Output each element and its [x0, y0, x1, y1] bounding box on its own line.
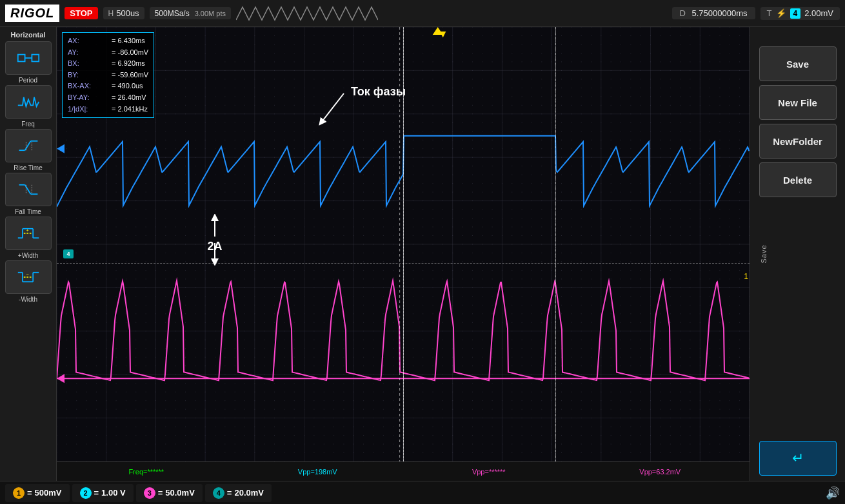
horizontal-time-section: H 500us — [103, 7, 144, 19]
svg-line-9 — [25, 185, 30, 194]
ch1-eq: = — [27, 488, 32, 498]
freq-val: = 2.041kHz — [112, 104, 148, 115]
d-label: D — [680, 8, 686, 18]
stop-badge: STOP — [65, 7, 97, 19]
bottom-bar: 1 = 500mV 2 = 1.00 V 3 = 50.0mV 4 = 20.0… — [0, 481, 845, 504]
t-label: T — [767, 8, 772, 18]
bxax-key: BX-AX: — [68, 81, 106, 92]
freq-key: 1/|dX|: — [68, 104, 106, 115]
rise-time-label: Rise Time — [14, 164, 42, 171]
stat-vpp-2: Vpp=198mV — [234, 468, 403, 476]
ax-val: = 6.430ms — [112, 35, 145, 47]
ch2-tab[interactable]: 2 = 1.00 V — [72, 484, 134, 502]
sidebar-item-period[interactable] — [5, 41, 52, 75]
svg-line-4 — [25, 141, 30, 150]
main-area: Horizontal Period Freq — [0, 27, 845, 481]
svg-rect-1 — [32, 55, 39, 62]
wave-shape-indicator — [236, 6, 378, 21]
annotation-text: Ток фазы — [351, 85, 406, 99]
ch4-trigger-marker: ▼ — [438, 28, 448, 40]
ch4-ground-indicator: 4 — [63, 249, 74, 258]
ch3-num: 3 — [144, 487, 155, 499]
measurement-box: AX: = 6.430ms AY: = -86.00mV BX: = 6.920… — [62, 32, 154, 118]
period-icon — [17, 49, 40, 67]
ay-key: AY: — [68, 47, 106, 59]
period-label: Period — [19, 77, 37, 84]
minus-width-icon: − — [17, 268, 40, 286]
scope-screen: AX: = 6.430ms AY: = -86.00mV BX: = 6.920… — [57, 27, 750, 481]
by-key: BY: — [68, 70, 106, 81]
left-sidebar: Horizontal Period Freq — [0, 27, 57, 481]
svg-line-27 — [321, 93, 344, 122]
byay-val: = 26.40mV — [112, 92, 146, 104]
t-section: T ⚡ 4 2.00mV — [760, 7, 840, 20]
stat-vpp-4: Vpp=63.2mV — [576, 468, 745, 476]
sample-rate: 500MSa/s — [155, 9, 190, 18]
new-folder-button[interactable]: NewFolder — [759, 124, 837, 159]
sidebar-item-minus-width[interactable]: − — [5, 260, 52, 294]
d-value: 5.75000000ms — [692, 8, 748, 18]
ax-key: AX: — [68, 35, 106, 47]
stat-vpp-3: Vpp=****** — [404, 468, 573, 476]
speaker-icon[interactable]: 🔊 — [826, 486, 840, 500]
ch2-num: 2 — [80, 487, 92, 499]
d-section: D 5.75000000ms — [672, 7, 755, 19]
new-file-button[interactable]: New File — [759, 85, 837, 120]
svg-text:+: + — [26, 228, 28, 233]
bxax-val: = 490.0us — [112, 81, 143, 92]
delete-button[interactable]: Delete — [759, 162, 837, 197]
save-button[interactable]: Save — [759, 46, 837, 81]
save-vert-label: Save — [760, 244, 768, 263]
sidebar-item-plus-width[interactable]: + — [5, 217, 52, 250]
annotation-arrow-svg — [308, 90, 347, 129]
ch2-value: 1.00 V — [101, 488, 126, 498]
trigger-wave-svg — [236, 6, 378, 21]
ch4-value: 20.0mV — [234, 488, 264, 498]
scope-bottom-stats: Freq=****** Vpp=198mV Vpp=****** Vpp=63.… — [57, 461, 750, 481]
2a-label-text: 2A — [207, 240, 222, 253]
ch4-eq: = — [227, 488, 232, 498]
ch3-tab[interactable]: 3 = 50.0mV — [136, 484, 203, 502]
sidebar-item-fall-time[interactable] — [5, 173, 52, 206]
ch1-value: 500mV — [35, 488, 62, 498]
enter-button[interactable]: ↵ — [759, 441, 837, 476]
ch1-level-marker: 1 — [744, 272, 748, 281]
bx-val: = 6.920ms — [112, 58, 145, 70]
by-val: = -59.60mV — [112, 70, 148, 81]
ch1-num: 1 — [13, 487, 25, 499]
t-value: 2.00mV — [804, 8, 833, 18]
fall-time-label: Fall Time — [15, 208, 41, 215]
trigger-ch-num: 4 — [790, 8, 801, 19]
h-label: H — [108, 9, 114, 18]
plus-width-label: +Width — [18, 252, 38, 259]
ch3-value: 50.0mV — [165, 488, 195, 498]
ch1-tab[interactable]: 1 = 500mV — [5, 484, 70, 502]
annotation-arrow — [308, 90, 347, 132]
cursor-vertical-2 — [555, 27, 556, 461]
horizontal-label: Horizontal — [11, 31, 46, 39]
ch2-eq: = — [94, 488, 99, 498]
h-value: 500us — [116, 8, 139, 18]
stat-freq: Freq=****** — [62, 468, 231, 476]
minus-width-label: -Width — [19, 296, 37, 303]
fall-time-icon — [17, 180, 40, 199]
plus-width-icon: + — [17, 224, 40, 242]
trigger-icon: ⚡ — [776, 8, 786, 18]
sidebar-item-rise-time[interactable] — [5, 129, 52, 162]
ch3-eq: = — [158, 488, 163, 498]
cursor-horizontal-1 — [57, 263, 750, 264]
ay-val: = -86.00mV — [112, 47, 148, 59]
top-bar: RIGOL STOP H 500us 500MSa/s 3.00M pts D … — [0, 0, 845, 27]
svg-text:−: − — [26, 271, 28, 277]
sample-pts: 3.00M pts — [195, 10, 226, 17]
byay-key: BY-AY: — [68, 92, 106, 104]
ch4-num: 4 — [213, 487, 224, 499]
right-panel: Save Save New File NewFolder Delete ↵ — [750, 27, 845, 481]
bx-key: BX: — [68, 58, 106, 70]
sidebar-item-freq[interactable] — [5, 85, 52, 119]
ch4-tab[interactable]: 4 = 20.0mV — [205, 484, 272, 502]
freq-icon — [17, 93, 40, 111]
annotation-tok-fazy: Ток фазы — [308, 85, 406, 132]
svg-rect-0 — [17, 55, 25, 62]
sample-section: 500MSa/s 3.00M pts — [150, 7, 231, 19]
